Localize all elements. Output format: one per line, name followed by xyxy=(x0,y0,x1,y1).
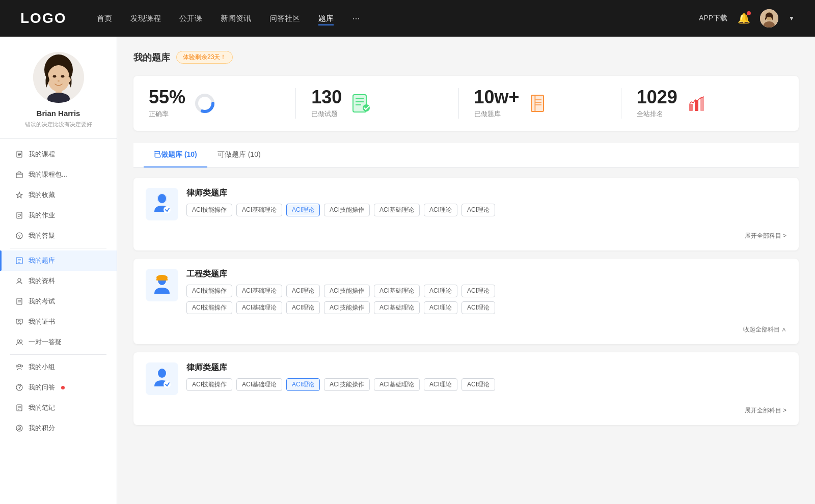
sidebar-item-qa[interactable]: ? 我的答疑 xyxy=(0,226,117,246)
questions-icon xyxy=(15,383,23,391)
menu-divider2 xyxy=(10,354,106,355)
app-download-button[interactable]: APP下载 xyxy=(699,14,727,23)
sidebar-item-questions[interactable]: 我的问答 xyxy=(0,377,117,398)
sidebar-label: 一对一答疑 xyxy=(29,338,62,347)
qbank-lawyer-icon-2 xyxy=(146,362,178,395)
tag-item[interactable]: ACI技能操作 xyxy=(324,301,370,314)
tag-item[interactable]: ACI技能操作 xyxy=(186,378,232,391)
nav-link-discover[interactable]: 发现课程 xyxy=(130,12,161,25)
sidebar-item-exam[interactable]: 我的考试 xyxy=(0,291,117,312)
nav-more[interactable]: ··· xyxy=(352,13,360,24)
nav-link-home[interactable]: 首页 xyxy=(97,12,112,25)
notification-bell[interactable]: 🔔 xyxy=(738,12,750,24)
sidebar-item-notes[interactable]: 我的笔记 xyxy=(0,398,117,418)
stat-label-banks: 已做题库 xyxy=(474,109,520,119)
profile-avatar xyxy=(33,52,84,103)
tag-item[interactable]: ACI理论 xyxy=(286,285,320,297)
tag-item[interactable]: ACI理论 xyxy=(424,301,457,314)
tag-item[interactable]: ACI技能操作 xyxy=(186,301,232,314)
sidebar-item-favorites[interactable]: 我的收藏 xyxy=(0,185,117,205)
homework-icon xyxy=(15,211,23,219)
user-avatar[interactable] xyxy=(760,9,778,27)
sidebar-label: 我的资料 xyxy=(29,276,55,286)
stat-done-questions: 130 已做试题 xyxy=(295,88,458,119)
sidebar-item-homework[interactable]: 我的作业 xyxy=(0,205,117,226)
stat-label-done: 已做试题 xyxy=(311,109,342,119)
nav-link-open[interactable]: 公开课 xyxy=(179,12,202,25)
tag-item[interactable]: ACI技能操作 xyxy=(186,204,232,216)
tag-item[interactable]: ACI技能操作 xyxy=(324,378,370,391)
page-title: 我的题库 xyxy=(133,51,170,64)
stat-label-rank: 全站排名 xyxy=(637,109,677,119)
avatar-chevron-icon[interactable]: ▼ xyxy=(789,15,795,22)
svg-point-34 xyxy=(17,340,20,343)
certificate-icon xyxy=(15,318,23,326)
sidebar-item-points[interactable]: 我的积分 xyxy=(0,418,117,438)
tag-item[interactable]: ACI理论 xyxy=(286,204,320,216)
qbank-icon xyxy=(15,257,23,265)
expand-link-lawyer-1[interactable]: 展开全部科目 > xyxy=(146,228,786,240)
svg-point-72 xyxy=(158,369,166,378)
star-icon xyxy=(15,191,23,199)
tag-item[interactable]: ACI技能操作 xyxy=(324,285,370,297)
stat-value-rank: 1029 xyxy=(637,88,677,106)
sidebar-item-profile[interactable]: 我的资料 xyxy=(0,271,117,291)
sidebar-item-my-course[interactable]: 我的课程 xyxy=(0,144,117,164)
svg-point-31 xyxy=(18,320,20,322)
sidebar-item-qbank[interactable]: 我的题库 xyxy=(0,250,117,271)
group-icon xyxy=(15,363,23,371)
sidebar-label: 我的笔记 xyxy=(29,403,55,412)
stat-rank: 1029 全站排名 xyxy=(621,88,783,119)
nav-links: 首页 发现课程 公开课 新闻资讯 问答社区 题库 ··· xyxy=(97,12,699,25)
tag-item[interactable]: ACI基础理论 xyxy=(236,204,282,216)
tag-item[interactable]: ACI基础理论 xyxy=(236,301,282,314)
expand-link-lawyer-2[interactable]: 展开全部科目 > xyxy=(146,402,786,415)
collapse-link-engineer[interactable]: 收起全部科目 ∧ xyxy=(146,321,786,334)
trial-badge: 体验剩余23天！ xyxy=(176,51,233,64)
tab-available-banks[interactable]: 可做题库 (10) xyxy=(207,143,271,167)
tag-item[interactable]: ACI理论 xyxy=(461,204,495,216)
tag-item[interactable]: ACI基础理论 xyxy=(374,378,420,391)
svg-point-36 xyxy=(18,365,21,367)
tag-item[interactable]: ACI理论 xyxy=(424,204,457,216)
sidebar-item-group[interactable]: 我的小组 xyxy=(0,357,117,377)
avatar-image xyxy=(760,9,778,27)
tag-item[interactable]: ACI技能操作 xyxy=(324,204,370,216)
svg-rect-30 xyxy=(16,319,22,323)
stat-value-banks: 10w+ xyxy=(474,88,520,106)
sidebar-item-course-package[interactable]: 我的课程包... xyxy=(0,164,117,185)
nav-link-qa[interactable]: 问答社区 xyxy=(269,12,300,25)
tag-item[interactable]: ACI理论 xyxy=(461,301,495,314)
navbar: LOGO 首页 发现课程 公开课 新闻资讯 问答社区 题库 ··· APP下载 … xyxy=(0,0,815,37)
tag-item[interactable]: ACI技能操作 xyxy=(186,285,232,297)
stat-value-done: 130 xyxy=(311,88,342,106)
tag-item[interactable]: ACI理论 xyxy=(424,378,457,391)
svg-point-35 xyxy=(20,340,22,343)
qa-notification-dot xyxy=(61,386,65,389)
tag-item[interactable]: ACI理论 xyxy=(461,378,495,391)
tag-item[interactable]: ACI基础理论 xyxy=(236,378,282,391)
tag-item[interactable]: ACI基础理论 xyxy=(374,204,420,216)
tag-item[interactable]: ACI理论 xyxy=(286,378,320,391)
tag-item[interactable]: ACI基础理论 xyxy=(374,301,420,314)
tag-item[interactable]: ACI理论 xyxy=(286,301,320,314)
tag-item[interactable]: ACI基础理论 xyxy=(374,285,420,297)
nav-right: APP下载 🔔 ▼ xyxy=(699,9,795,27)
qbank-title-lawyer-2: 律师类题库 xyxy=(186,362,786,373)
oneonone-icon xyxy=(15,338,23,346)
svg-point-38 xyxy=(21,365,23,367)
sidebar-item-certificate[interactable]: 我的证书 xyxy=(0,312,117,332)
svg-rect-15 xyxy=(16,173,22,178)
sidebar-label: 我的考试 xyxy=(29,297,55,306)
tag-item[interactable]: ACI基础理论 xyxy=(236,285,282,297)
svg-point-6 xyxy=(52,75,56,78)
nav-link-news[interactable]: 新闻资讯 xyxy=(221,12,251,25)
svg-rect-63 xyxy=(695,100,698,111)
svg-rect-64 xyxy=(700,97,704,111)
nav-link-qbank[interactable]: 题库 xyxy=(318,12,334,25)
tag-item[interactable]: ACI理论 xyxy=(424,285,457,297)
tab-done-banks[interactable]: 已做题库 (10) xyxy=(144,143,207,167)
points-icon xyxy=(15,424,23,432)
sidebar-item-1on1[interactable]: 一对一答疑 xyxy=(0,332,117,352)
tag-item[interactable]: ACI理论 xyxy=(461,285,495,297)
